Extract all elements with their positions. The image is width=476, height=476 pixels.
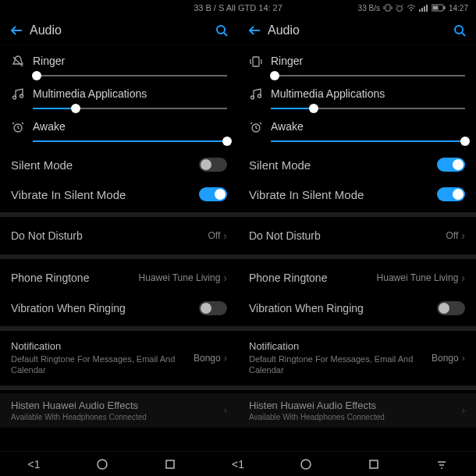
nav-square-icon[interactable] xyxy=(368,458,380,471)
svg-point-30 xyxy=(258,94,261,98)
chevron-right-icon: › xyxy=(224,404,227,416)
music-icon xyxy=(249,87,268,101)
alarm-icon xyxy=(11,120,30,134)
status-right: 33 B/s 14:27 xyxy=(358,4,468,12)
signal-icon xyxy=(419,4,428,12)
vibrate-ringing-toggle[interactable] xyxy=(437,301,465,315)
svg-rect-9 xyxy=(424,6,425,12)
vibrate-silent-toggle[interactable] xyxy=(437,187,465,201)
svg-rect-7 xyxy=(419,9,421,12)
ringer-label: Ringer xyxy=(33,55,227,67)
vibrate-silent-label: Vibrate In Silent Mode xyxy=(249,188,364,201)
vibrate-ringing-label: Vibration When Ringing xyxy=(11,302,126,314)
dnd-row[interactable]: Do Not Disturb Off › xyxy=(238,220,476,251)
svg-line-34 xyxy=(250,123,252,124)
svg-rect-8 xyxy=(421,8,423,12)
multimedia-label: Multimedia Applications xyxy=(271,87,465,100)
awake-label: Awake xyxy=(271,120,465,133)
svg-point-18 xyxy=(20,94,23,98)
vibrate-icon xyxy=(249,55,268,69)
silent-mode-label: Silent Mode xyxy=(249,158,311,172)
search-button[interactable] xyxy=(215,23,229,37)
nav-back-right[interactable]: <1 xyxy=(232,458,244,471)
svg-point-14 xyxy=(217,26,225,34)
svg-line-35 xyxy=(260,123,261,124)
vibrate-silent-label: Vibrate In Silent Mode xyxy=(11,188,126,201)
silent-mode-toggle[interactable] xyxy=(437,158,465,172)
svg-point-24 xyxy=(455,26,463,34)
svg-line-4 xyxy=(396,5,397,5)
vibrate-ringing-label: Vibration When Ringing xyxy=(249,302,364,314)
svg-line-25 xyxy=(462,33,465,36)
svg-rect-39 xyxy=(370,460,378,468)
dnd-row[interactable]: Do Not Disturb Off › xyxy=(0,220,238,251)
nav-square-icon[interactable] xyxy=(164,458,176,471)
multimedia-slider[interactable] xyxy=(33,108,227,109)
svg-line-33 xyxy=(256,128,258,129)
nav-bar: <1 <1 xyxy=(0,451,476,476)
page-title: Audio xyxy=(30,23,62,37)
svg-line-22 xyxy=(12,123,14,124)
ringer-label: Ringer xyxy=(271,55,465,67)
back-button[interactable] xyxy=(247,23,261,37)
multimedia-slider[interactable] xyxy=(271,108,465,109)
silent-mode-label: Silent Mode xyxy=(11,158,73,172)
title-bar: Audio xyxy=(238,16,476,45)
svg-point-36 xyxy=(98,460,107,469)
alarm-icon xyxy=(249,120,268,134)
ringtone-row[interactable]: Phone Ringtone Huawei Tune Living › xyxy=(0,262,238,293)
ringer-off-icon xyxy=(11,55,30,69)
ringtone-row[interactable]: Phone Ringtone Huawei Tune Living › xyxy=(238,262,476,293)
vibrate-ringing-toggle[interactable] xyxy=(199,301,227,315)
svg-rect-0 xyxy=(385,5,390,11)
ringer-slider[interactable] xyxy=(33,75,227,76)
svg-line-5 xyxy=(402,5,403,5)
histen-row[interactable]: Histen Huawei Audio Effects Available Wi… xyxy=(0,393,238,428)
chevron-right-icon: › xyxy=(461,229,465,242)
status-center: 33 B / S All GTD 14: 27 xyxy=(194,3,282,12)
svg-point-38 xyxy=(301,460,311,469)
status-bar: 33 B / S All GTD 14: 27 33 B/s 14:27 xyxy=(0,0,476,16)
alarm-icon xyxy=(396,4,403,12)
svg-line-21 xyxy=(18,128,20,129)
title-bar: Audio xyxy=(0,16,238,45)
chevron-right-icon: › xyxy=(223,272,227,284)
nav-menu-icon[interactable] xyxy=(435,458,448,471)
svg-point-29 xyxy=(251,96,254,99)
silent-mode-toggle[interactable] xyxy=(199,158,227,172)
awake-slider[interactable] xyxy=(271,140,465,142)
page-title: Audio xyxy=(268,23,300,37)
svg-point-6 xyxy=(410,9,412,11)
svg-rect-12 xyxy=(432,6,438,10)
svg-rect-26 xyxy=(253,57,259,66)
vibrate-icon xyxy=(383,4,393,12)
nav-home-icon[interactable] xyxy=(96,458,108,471)
nav-home-icon[interactable] xyxy=(300,458,312,471)
svg-line-23 xyxy=(22,123,23,124)
battery-icon xyxy=(432,4,446,12)
svg-rect-13 xyxy=(443,6,445,9)
svg-rect-10 xyxy=(426,5,428,12)
ringer-slider[interactable] xyxy=(271,75,465,76)
awake-label: Awake xyxy=(33,120,227,133)
awake-slider[interactable] xyxy=(33,140,227,142)
music-icon xyxy=(11,87,30,101)
chevron-right-icon: › xyxy=(462,404,465,416)
svg-rect-37 xyxy=(166,460,174,468)
chevron-right-icon: › xyxy=(224,352,227,364)
vibrate-silent-toggle[interactable] xyxy=(199,187,227,201)
svg-point-3 xyxy=(396,6,402,12)
multimedia-label: Multimedia Applications xyxy=(33,87,227,100)
chevron-right-icon: › xyxy=(462,352,465,364)
svg-point-17 xyxy=(13,96,16,99)
search-button[interactable] xyxy=(453,23,467,37)
wifi-icon xyxy=(407,4,416,12)
svg-line-15 xyxy=(224,33,227,36)
notification-row[interactable]: Notification Default Ringtone For Messag… xyxy=(238,334,476,382)
notification-row[interactable]: Notification Default Ringtone For Messag… xyxy=(0,334,238,382)
chevron-right-icon: › xyxy=(461,272,465,284)
back-button[interactable] xyxy=(9,23,23,37)
nav-back-left[interactable]: <1 xyxy=(28,458,41,471)
histen-row[interactable]: Histen Huawei Audio Effects Available Wi… xyxy=(238,393,476,428)
chevron-right-icon: › xyxy=(223,229,227,242)
